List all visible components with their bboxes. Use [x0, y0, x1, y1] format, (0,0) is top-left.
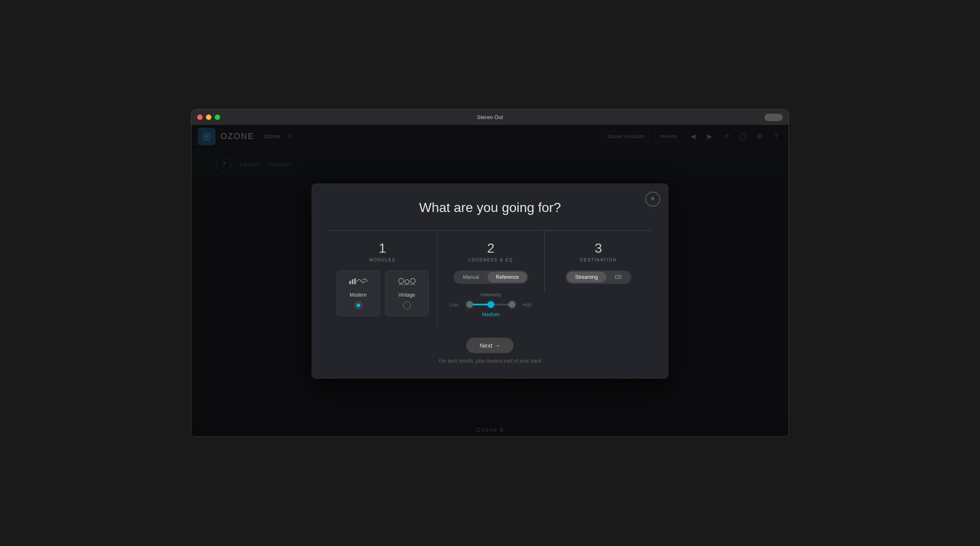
- app-window: Stereo Out OZONE Ozone ✏ Master Assistan…: [191, 109, 789, 437]
- active-intensity-value: Medium: [482, 312, 500, 317]
- intensity-slider-track[interactable]: [470, 304, 512, 305]
- low-marker: [466, 301, 473, 308]
- manual-mode-button[interactable]: Manual: [455, 272, 488, 283]
- close-button[interactable]: [197, 115, 203, 120]
- modern-radio[interactable]: [354, 301, 363, 310]
- step-2-number: 2: [446, 241, 536, 256]
- next-hint: For best results, play loudest part of y…: [439, 358, 541, 364]
- step-3-label: DESTINATION: [553, 258, 644, 262]
- step-3-number: 3: [553, 241, 644, 256]
- slider-thumb-active[interactable]: [488, 301, 494, 308]
- cd-button[interactable]: CD: [606, 272, 630, 283]
- window-controls: [197, 115, 220, 120]
- maximize-button[interactable]: [215, 115, 220, 120]
- loudness-mode-toggle: Manual Reference: [453, 271, 529, 284]
- modal-title: What are you going for?: [328, 200, 652, 215]
- intensity-slider-wrapper: Low High: [446, 302, 536, 307]
- vintage-label: Vintage: [398, 292, 415, 298]
- svg-rect-2: [354, 278, 356, 284]
- svg-rect-0: [349, 281, 351, 284]
- modern-icon: [348, 277, 368, 289]
- vintage-module-card[interactable]: Vintage: [385, 271, 429, 316]
- steps-container: 1 MODULES: [328, 230, 652, 326]
- step-1-label: MODULES: [336, 258, 429, 262]
- vintage-icon: [397, 277, 417, 289]
- vintage-radio[interactable]: [403, 301, 411, 310]
- step-1-number: 1: [336, 241, 429, 256]
- modal-overlay: × What are you going for? 1 MODULES: [191, 125, 789, 436]
- svg-point-4: [405, 280, 409, 284]
- step-2-label: LOUDNESS & EQ: [446, 258, 536, 262]
- window-title: Stereo Out: [477, 114, 503, 120]
- modern-label: Modern: [350, 292, 367, 298]
- svg-point-5: [410, 278, 415, 283]
- next-button[interactable]: Next →: [466, 338, 514, 353]
- step-loudness: 2 LOUDNESS & EQ Manual Reference Intensi…: [437, 231, 544, 326]
- svg-rect-1: [352, 279, 353, 284]
- intensity-section: Intensity Low High: [446, 292, 536, 318]
- app-content: OZONE Ozone ✏ Master Assistant Presets ◀…: [191, 125, 789, 436]
- svg-point-3: [399, 278, 404, 283]
- streaming-button[interactable]: Streaming: [567, 272, 606, 283]
- next-section: Next → For best results, play loudest pa…: [328, 338, 652, 364]
- step-modules: 1 MODULES: [328, 231, 437, 324]
- high-marker: [509, 301, 515, 308]
- reference-mode-button[interactable]: Reference: [488, 272, 527, 283]
- intensity-label: Intensity: [446, 292, 536, 297]
- minimize-button[interactable]: [206, 115, 211, 120]
- modal-close-button[interactable]: ×: [645, 192, 660, 207]
- module-cards-container: Modern: [336, 271, 429, 316]
- window-ctrl-widget: [764, 114, 783, 121]
- title-bar: Stereo Out: [191, 110, 789, 125]
- step-destination: 3 DESTINATION Streaming CD: [544, 231, 652, 292]
- modern-module-card[interactable]: Modern: [336, 271, 380, 316]
- high-label: High: [517, 302, 532, 307]
- destination-toggle: Streaming CD: [566, 271, 631, 284]
- low-label: Low: [450, 302, 465, 307]
- assistant-modal: × What are you going for? 1 MODULES: [311, 183, 669, 379]
